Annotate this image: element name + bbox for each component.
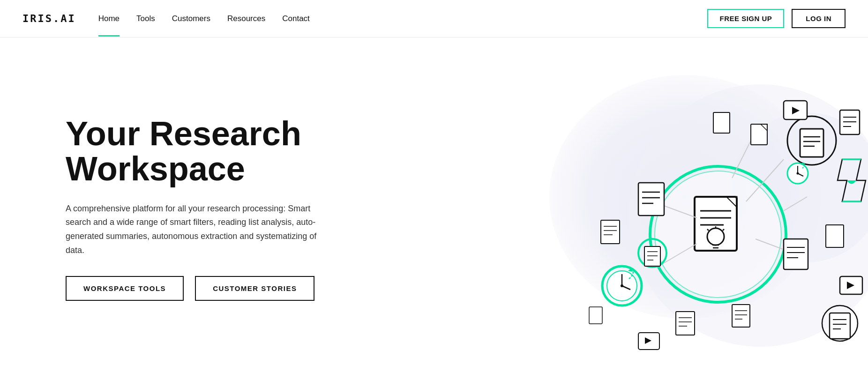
nav-link-home[interactable]: Home — [98, 14, 120, 23]
nav-link-tools[interactable]: Tools — [136, 14, 155, 23]
hero-title-line1: Your Research — [66, 115, 301, 152]
logo[interactable]: IRIS.AI — [22, 13, 76, 24]
svg-rect-76 — [732, 305, 750, 327]
svg-rect-81 — [644, 246, 660, 266]
svg-rect-74 — [713, 112, 730, 133]
nav-link-customers[interactable]: Customers — [172, 14, 210, 23]
workspace-tools-button[interactable]: WORKSPACE TOOLS — [66, 276, 184, 301]
navbar-left: IRIS.AI Home Tools Customers Resources C… — [22, 13, 310, 24]
svg-rect-75 — [589, 307, 602, 324]
nav-links: Home Tools Customers Resources Contact — [98, 14, 310, 23]
hero-content: Your Research Workspace A comprehensive … — [66, 116, 328, 301]
nav-item-customers[interactable]: Customers — [172, 14, 210, 23]
nav-item-tools[interactable]: Tools — [136, 14, 155, 23]
nav-link-contact[interactable]: Contact — [282, 14, 310, 23]
svg-rect-4 — [695, 197, 737, 251]
svg-rect-46 — [751, 124, 767, 145]
login-button[interactable]: LOG IN — [792, 9, 846, 28]
svg-rect-42 — [601, 220, 620, 244]
svg-rect-22 — [800, 129, 823, 157]
hero-title-line2: Workspace — [66, 150, 245, 187]
svg-rect-38 — [638, 183, 664, 216]
navbar-right: FREE SIGN UP LOG IN — [707, 9, 846, 28]
svg-point-36 — [621, 284, 623, 287]
svg-rect-57 — [826, 225, 844, 247]
nav-item-contact[interactable]: Contact — [282, 14, 310, 23]
hero-description: A comprehensive platform for all your re… — [66, 202, 328, 258]
customer-stories-button[interactable]: CUSTOMER STORIES — [195, 276, 314, 301]
hero-title: Your Research Workspace — [66, 116, 328, 187]
nav-link-resources[interactable]: Resources — [227, 14, 265, 23]
nav-item-resources[interactable]: Resources — [227, 14, 265, 23]
hero-section: Your Research Workspace A comprehensive … — [0, 37, 868, 380]
nav-item-home[interactable]: Home — [98, 14, 120, 23]
svg-rect-70 — [830, 313, 850, 339]
navbar: IRIS.AI Home Tools Customers Resources C… — [0, 0, 868, 37]
svg-rect-53 — [784, 239, 808, 269]
svg-point-51 — [797, 172, 799, 175]
free-signup-button[interactable]: FREE SIGN UP — [707, 9, 784, 28]
hero-buttons: WORKSPACE TOOLS CUSTOMER STORIES — [66, 276, 328, 301]
illustration-svg — [456, 56, 868, 380]
hero-illustration — [456, 56, 868, 380]
svg-rect-63 — [676, 312, 695, 335]
